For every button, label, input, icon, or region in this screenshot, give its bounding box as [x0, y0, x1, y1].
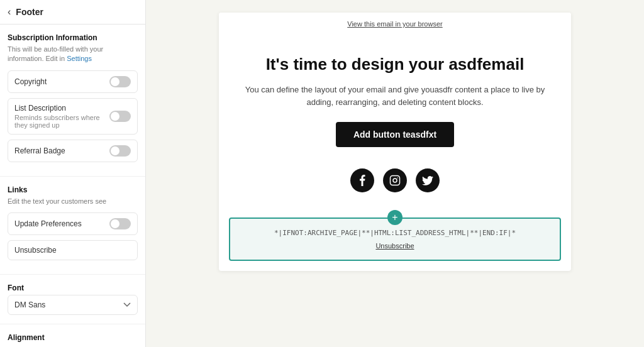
alignment-section-title: Alignment: [8, 333, 138, 342]
svg-point-1: [393, 179, 397, 182]
update-preferences-toggle[interactable]: [109, 218, 131, 229]
instagram-icon[interactable]: [383, 168, 407, 192]
svg-rect-0: [391, 176, 400, 185]
referral-badge-toggle[interactable]: [109, 145, 131, 157]
copyright-label: Copyright: [14, 77, 47, 86]
email-headline: It's time to design your asdfemail: [244, 54, 546, 75]
unsubscribe-input[interactable]: [8, 240, 138, 260]
subscription-section: Subscription Information This will be au…: [0, 25, 145, 177]
settings-link[interactable]: Settings: [67, 55, 92, 62]
email-body: It's time to design your asdfemail You c…: [219, 35, 571, 218]
facebook-icon[interactable]: [350, 168, 374, 192]
copyright-toggle-row: Copyright: [8, 70, 138, 93]
email-cta-button[interactable]: Add button teasdfxt: [336, 122, 454, 147]
footer-unsubscribe-link[interactable]: Unsubscribe: [243, 242, 547, 250]
view-in-browser-link[interactable]: View this email in your browser: [347, 20, 442, 28]
font-section: Font DM Sans Arial Georgia Helvetica Tim…: [0, 275, 145, 324]
copyright-toggle[interactable]: [109, 76, 131, 87]
footer-template-text: *|IFNOT:ARCHIVE_PAGE|**|HTML:LIST_ADDRES…: [243, 229, 547, 237]
subscription-section-title: Subscription Information: [8, 33, 138, 42]
panel-header: ‹ Footer: [0, 0, 145, 25]
email-preview: View this email in your browser It's tim…: [219, 13, 571, 271]
update-preferences-label: Update Preferences: [14, 219, 82, 228]
email-body-text: You can define the layout of your email …: [244, 84, 546, 110]
twitter-icon[interactable]: [416, 168, 440, 192]
alignment-section: Alignment Left Center Right: [0, 324, 145, 347]
left-panel: ‹ Footer Subscription Information This w…: [0, 0, 146, 347]
back-button[interactable]: ‹: [8, 6, 11, 18]
referral-badge-label: Referral Badge: [14, 146, 65, 155]
list-description-toggle[interactable]: [109, 111, 131, 122]
right-panel: View this email in your browser It's tim…: [146, 0, 644, 347]
svg-point-2: [397, 177, 398, 179]
font-section-title: Font: [8, 284, 138, 292]
social-icons-group: [244, 162, 546, 205]
font-select[interactable]: DM Sans Arial Georgia Helvetica Times Ne…: [8, 295, 138, 315]
email-footer-block: + *|IFNOT:ARCHIVE_PAGE|**|HTML:LIST_ADDR…: [229, 218, 561, 261]
update-preferences-toggle-row: Update Preferences: [8, 212, 138, 235]
referral-badge-toggle-row: Referral Badge: [8, 140, 138, 162]
links-section-title: Links: [8, 185, 138, 194]
links-section: Links Edit the text your customers see U…: [0, 177, 145, 275]
links-section-subtitle: Edit the text your customers see: [8, 197, 138, 206]
list-description-sublabel: Reminds subscribers where they signed up: [14, 114, 109, 129]
subscription-section-subtitle: This will be auto-filled with your infor…: [8, 45, 138, 64]
panel-title: Footer: [16, 7, 43, 17]
email-top-link: View this email in your browser: [219, 13, 571, 35]
list-description-toggle-row: List Description Reminds subscribers whe…: [8, 98, 138, 135]
add-block-button[interactable]: +: [387, 210, 402, 225]
list-description-label: List Description: [14, 104, 109, 113]
